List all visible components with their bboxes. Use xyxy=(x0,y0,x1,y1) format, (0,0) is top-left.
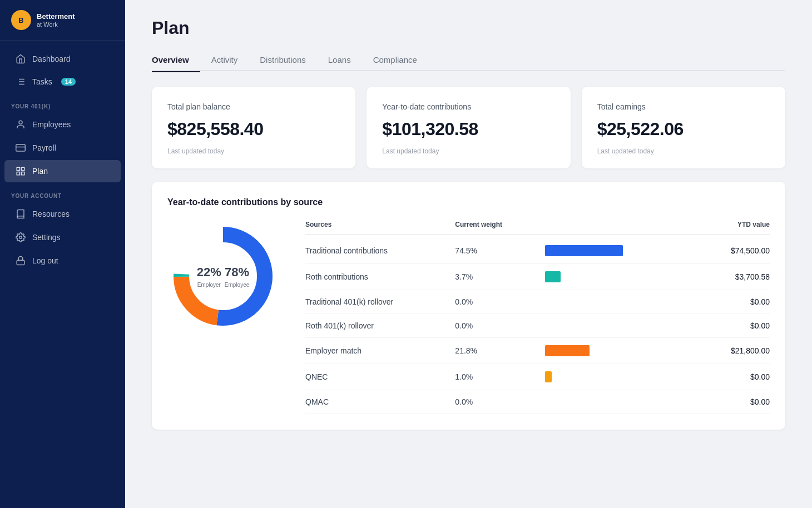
table-row: Traditional 401(k) rollover 0.0% $0.00 xyxy=(305,290,770,314)
source-ytd: $0.00 xyxy=(695,297,770,306)
sidebar-item-logout[interactable]: Log out xyxy=(4,250,121,272)
sidebar-item-payroll[interactable]: Payroll xyxy=(4,137,121,159)
svg-point-8 xyxy=(19,121,22,124)
settings-label: Settings xyxy=(32,233,61,242)
sidebar-item-settings[interactable]: Settings xyxy=(4,226,121,248)
stat-card-balance: Total plan balance $825,558.40 Last upda… xyxy=(152,87,355,168)
employee-label: Employee xyxy=(225,282,249,288)
balance-footer: Last updated today xyxy=(167,147,340,155)
source-weight: 3.7% xyxy=(455,272,545,281)
tabs: Overview Activity Distributions Loans Co… xyxy=(152,49,785,71)
resources-label: Resources xyxy=(32,210,70,218)
col-ytd: YTD value xyxy=(695,221,770,228)
dashboard-label: Dashboard xyxy=(32,54,71,63)
bar-container xyxy=(545,271,695,282)
balance-label: Total plan balance xyxy=(167,102,340,111)
tab-activity[interactable]: Activity xyxy=(200,49,249,71)
source-ytd: $3,700.58 xyxy=(695,272,770,281)
lock-icon xyxy=(16,256,26,266)
svg-rect-16 xyxy=(17,260,24,265)
chart-content: 22% Employer 78% Employee Sources Curren… xyxy=(167,221,770,414)
svg-rect-12 xyxy=(22,167,24,170)
book-icon xyxy=(16,209,26,219)
bar-container xyxy=(545,245,695,256)
col-sources: Sources xyxy=(305,221,455,228)
earnings-label: Total earnings xyxy=(597,102,770,111)
svg-rect-14 xyxy=(22,172,24,175)
source-weight: 21.8% xyxy=(455,346,545,355)
sidebar-item-employees[interactable]: Employees xyxy=(4,113,121,136)
source-name: QMAC xyxy=(305,397,455,406)
source-weight: 0.0% xyxy=(455,397,545,406)
tab-loans[interactable]: Loans xyxy=(317,49,362,71)
earnings-value: $25,522.06 xyxy=(597,119,770,140)
donut-center: 22% Employer 78% Employee xyxy=(197,265,250,288)
svg-rect-11 xyxy=(17,167,19,170)
employee-pct: 78% xyxy=(225,265,249,280)
tab-distributions[interactable]: Distributions xyxy=(249,49,317,71)
source-name: QNEC xyxy=(305,372,455,381)
content-area: Plan Overview Activity Distributions Loa… xyxy=(125,0,812,508)
table-row: Employer match 21.8% $21,800.00 xyxy=(305,338,770,364)
source-name: Traditional 401(k) rollover xyxy=(305,297,455,306)
source-ytd: $74,500.00 xyxy=(695,246,770,255)
tasks-icon xyxy=(16,77,26,87)
main-content: Plan Overview Activity Distributions Loa… xyxy=(125,0,812,508)
employees-label: Employees xyxy=(32,120,71,129)
ytd-value: $101,320.58 xyxy=(382,119,554,140)
source-weight: 0.0% xyxy=(455,297,545,306)
section-401k-label: YOUR 401(K) xyxy=(0,93,125,113)
person-icon xyxy=(16,119,26,130)
table-row: QNEC 1.0% $0.00 xyxy=(305,364,770,390)
sidebar-item-dashboard[interactable]: Dashboard xyxy=(4,48,121,70)
table-header: Sources Current weight YTD value xyxy=(305,221,770,235)
payroll-label: Payroll xyxy=(32,143,56,152)
tab-compliance[interactable]: Compliance xyxy=(362,49,428,71)
col-bar xyxy=(545,221,695,228)
stat-card-earnings: Total earnings $25,522.06 Last updated t… xyxy=(582,87,785,168)
page-title: Plan xyxy=(152,18,785,38)
table-row: Traditional contributions 74.5% $74,500.… xyxy=(305,238,770,264)
home-icon xyxy=(16,54,26,64)
svg-rect-9 xyxy=(16,145,26,151)
svg-rect-13 xyxy=(17,172,19,175)
stat-card-ytd: Year-to-date contributions $101,320.58 L… xyxy=(367,87,570,168)
app-name: Betterment xyxy=(37,12,75,22)
source-ytd: $0.00 xyxy=(695,372,770,381)
source-ytd: $0.00 xyxy=(695,397,770,406)
svg-text:B: B xyxy=(18,16,23,24)
source-name: Traditional contributions xyxy=(305,246,455,255)
sidebar: B Betterment at Work Dashboard Tasks 14 … xyxy=(0,0,125,508)
earnings-footer: Last updated today xyxy=(597,147,770,155)
contributions-table: Sources Current weight YTD value Traditi… xyxy=(305,221,770,414)
source-name: Employer match xyxy=(305,346,455,355)
employer-label: Employer xyxy=(197,282,221,288)
source-ytd: $21,800.00 xyxy=(695,346,770,355)
ytd-footer: Last updated today xyxy=(382,147,554,155)
balance-value: $825,558.40 xyxy=(167,119,340,140)
source-ytd: $0.00 xyxy=(695,321,770,330)
ytd-label: Year-to-date contributions xyxy=(382,102,554,111)
col-weight: Current weight xyxy=(455,221,545,228)
tasks-label: Tasks xyxy=(32,77,52,86)
grid-icon xyxy=(16,166,26,176)
plan-label: Plan xyxy=(32,167,48,176)
sidebar-item-resources[interactable]: Resources xyxy=(4,203,121,225)
bar-container xyxy=(545,345,695,356)
contributions-section: Year-to-date contributions by source xyxy=(152,182,785,430)
bar xyxy=(545,345,590,356)
bar-container xyxy=(545,371,695,382)
table-row: QMAC 0.0% $0.00 xyxy=(305,390,770,414)
logo-icon: B xyxy=(11,10,31,30)
employer-pct: 22% xyxy=(197,265,221,280)
sidebar-item-plan[interactable]: Plan xyxy=(4,160,121,182)
app-subname: at Work xyxy=(37,21,75,28)
sidebar-item-tasks[interactable]: Tasks 14 xyxy=(4,71,121,93)
app-logo: B Betterment at Work xyxy=(0,0,125,41)
bar xyxy=(545,271,561,282)
stat-cards: Total plan balance $825,558.40 Last upda… xyxy=(152,87,785,168)
source-weight: 1.0% xyxy=(455,372,545,381)
source-weight: 74.5% xyxy=(455,246,545,255)
section-account-label: YOUR ACCOUNT xyxy=(0,183,125,202)
tab-overview[interactable]: Overview xyxy=(152,49,200,71)
